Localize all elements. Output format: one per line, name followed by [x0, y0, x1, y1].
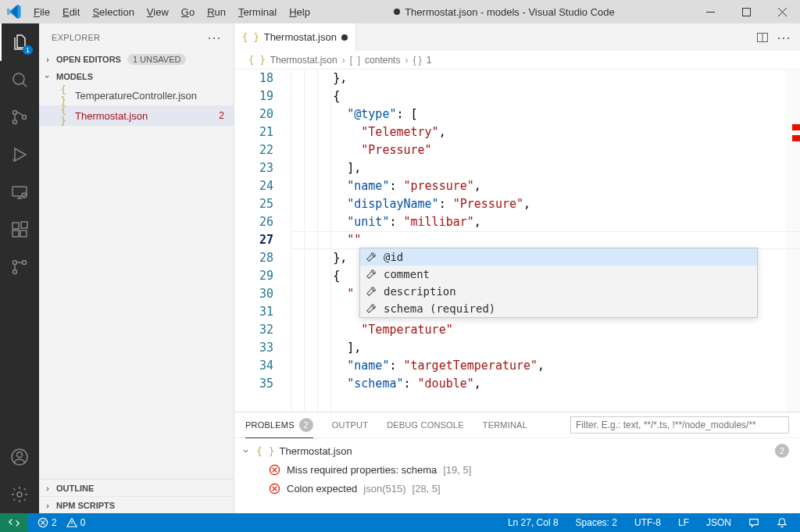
- activity-custom-icon[interactable]: [0, 248, 39, 286]
- activity-bar: 1: [0, 23, 39, 513]
- error-icon: [269, 483, 280, 495]
- window-minimize-button[interactable]: [692, 0, 728, 23]
- svg-point-18: [17, 492, 22, 497]
- menu-view[interactable]: View: [141, 0, 175, 23]
- svg-rect-11: [20, 230, 27, 237]
- svg-point-4: [13, 120, 17, 124]
- json-file-icon: { }: [248, 55, 266, 66]
- window-maximize-button[interactable]: [728, 0, 764, 23]
- menu-terminal[interactable]: Terminal: [232, 0, 283, 23]
- editor-tabs: { } Thermostat.json ⋯: [234, 23, 800, 51]
- chevron-right-icon: ›: [42, 484, 53, 493]
- unsaved-dot-icon: [341, 34, 348, 41]
- wrench-icon: [365, 286, 377, 297]
- menu-help[interactable]: Help: [283, 0, 316, 23]
- menu-edit[interactable]: Edit: [56, 0, 86, 23]
- svg-point-3: [13, 111, 17, 115]
- explorer-badge: 1: [23, 45, 33, 55]
- activity-extensions-icon[interactable]: [0, 211, 39, 248]
- status-errors[interactable]: 2: [34, 517, 60, 528]
- tab-thermostat[interactable]: { } Thermostat.json: [234, 23, 356, 51]
- suggest-item[interactable]: @id: [360, 248, 757, 266]
- panel-tab-output[interactable]: OUTPUT: [332, 420, 368, 430]
- problems-filter-input[interactable]: [570, 416, 789, 434]
- suggest-item[interactable]: comment: [360, 266, 757, 283]
- panel-tab-debug[interactable]: DEBUG CONSOLE: [387, 420, 464, 430]
- breadcrumb[interactable]: { } Thermostat.json › [ ] contents › { }…: [234, 51, 800, 70]
- models-header[interactable]: › MODELS: [39, 68, 234, 85]
- svg-rect-10: [12, 230, 19, 237]
- svg-point-13: [13, 261, 17, 265]
- activity-debug-icon[interactable]: [0, 136, 39, 173]
- editor-area: { } Thermostat.json ⋯ { } Thermostat.jso…: [234, 23, 800, 513]
- suggest-item[interactable]: description: [360, 283, 757, 300]
- error-icon: [269, 464, 280, 476]
- file-error-count: 2: [219, 110, 224, 121]
- svg-point-6: [12, 159, 16, 162]
- status-bell-icon[interactable]: [773, 517, 791, 528]
- chevron-right-icon: ›: [42, 501, 53, 510]
- status-bar: 2 0 Ln 27, Col 8 Spaces: 2 UTF-8 LF JSON: [0, 513, 800, 532]
- chevron-down-icon: ›: [43, 71, 52, 82]
- chevron-down-icon: ›: [241, 445, 252, 456]
- status-ln-col[interactable]: Ln 27, Col 8: [505, 517, 562, 528]
- activity-account-icon[interactable]: [0, 438, 39, 476]
- wrench-icon: [365, 252, 377, 262]
- window-title: Thermostat.json - models - Visual Studio…: [316, 6, 692, 18]
- json-file-icon: { }: [56, 84, 70, 106]
- svg-point-15: [23, 261, 27, 265]
- title-bar: File Edit Selection View Go Run Terminal…: [0, 0, 800, 23]
- activity-explorer-icon[interactable]: 1: [0, 23, 39, 61]
- suggest-item[interactable]: schema (required): [360, 300, 757, 317]
- menu-bar: File Edit Selection View Go Run Terminal…: [27, 0, 316, 23]
- split-editor-icon[interactable]: [756, 31, 769, 44]
- problems-count-badge: 2: [299, 418, 313, 432]
- menu-run[interactable]: Run: [201, 0, 232, 23]
- status-lang[interactable]: JSON: [703, 517, 734, 528]
- npm-scripts-header[interactable]: › NPM SCRIPTS: [39, 496, 234, 513]
- editor-more-icon[interactable]: ⋯: [777, 34, 791, 41]
- menu-file[interactable]: File: [27, 0, 56, 23]
- status-warnings[interactable]: 0: [63, 517, 89, 528]
- svg-rect-1: [742, 8, 750, 16]
- sidebar-explorer: EXPLORER ⋯ › OPEN EDITORS 1 UNSAVED › MO…: [39, 23, 234, 513]
- outline-header[interactable]: › OUTLINE: [39, 479, 234, 496]
- chevron-right-icon: ›: [42, 55, 53, 64]
- svg-point-5: [23, 116, 27, 120]
- status-eol[interactable]: LF: [675, 517, 692, 528]
- file-item[interactable]: { }TemperatureController.json: [39, 85, 234, 105]
- activity-remote-icon[interactable]: [0, 173, 39, 211]
- bottom-panel: PROBLEMS 2 OUTPUT DEBUG CONSOLE TERMINAL…: [234, 412, 800, 513]
- sidebar-more-icon[interactable]: ⋯: [207, 34, 221, 41]
- status-feedback-icon[interactable]: [745, 517, 762, 528]
- sidebar-title: EXPLORER: [52, 33, 100, 42]
- svg-rect-9: [12, 223, 19, 229]
- file-item[interactable]: { }Thermostat.json2: [39, 105, 234, 126]
- code-editor[interactable]: 181920212223242526272829303132333435 }, …: [234, 70, 800, 412]
- json-file-icon: { }: [56, 105, 70, 127]
- svg-point-17: [17, 452, 23, 458]
- remote-indicator-icon[interactable]: [0, 513, 28, 532]
- status-encoding[interactable]: UTF-8: [631, 517, 664, 528]
- activity-settings-icon[interactable]: [0, 476, 39, 513]
- activity-scm-icon[interactable]: [0, 98, 39, 136]
- unsaved-dot-icon: [394, 9, 400, 15]
- svg-point-14: [13, 270, 17, 274]
- file-error-count-badge: 2: [775, 444, 789, 458]
- menu-selection[interactable]: Selection: [86, 0, 140, 23]
- panel-tab-terminal[interactable]: TERMINAL: [483, 420, 527, 430]
- status-spaces[interactable]: Spaces: 2: [573, 517, 620, 528]
- wrench-icon: [365, 269, 377, 280]
- tab-label: Thermostat.json: [264, 31, 337, 43]
- window-close-button[interactable]: [764, 0, 800, 23]
- svg-rect-12: [21, 222, 27, 228]
- panel-tab-problems[interactable]: PROBLEMS 2: [245, 412, 313, 438]
- activity-search-icon[interactable]: [0, 61, 39, 98]
- intellisense-popup[interactable]: @idcommentdescriptionschema (required): [359, 248, 758, 318]
- problem-file-row[interactable]: › { } Thermostat.json 2: [241, 441, 794, 460]
- object-icon: { }: [412, 55, 421, 66]
- open-editors-header[interactable]: › OPEN EDITORS 1 UNSAVED: [39, 51, 234, 68]
- menu-go[interactable]: Go: [175, 0, 201, 23]
- problem-item[interactable]: Miss required properties: schema[19, 5]: [241, 460, 794, 479]
- problem-item[interactable]: Colon expectedjson(515)[28, 5]: [241, 479, 794, 498]
